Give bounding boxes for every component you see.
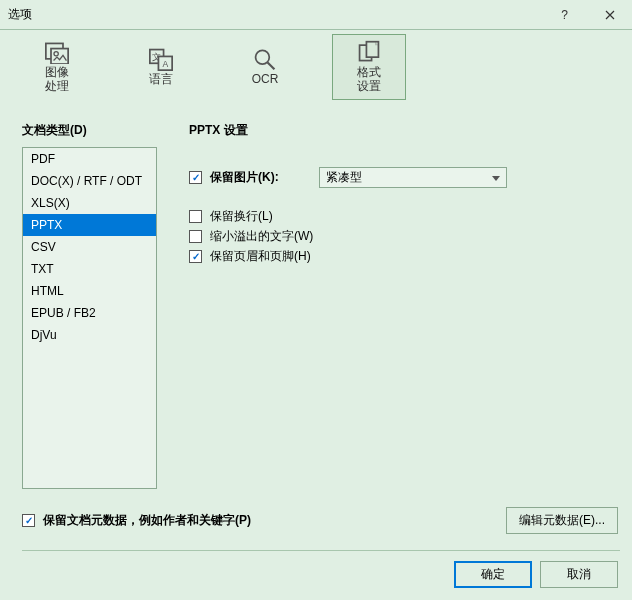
doc-type-list[interactable]: PDF DOC(X) / RTF / ODT XLS(X) PPTX CSV T… [22, 147, 157, 489]
keep-pictures-checkbox[interactable] [189, 171, 202, 184]
window-title: 选项 [8, 6, 542, 23]
tab-label: 图像 处理 [45, 66, 69, 94]
tab-format-settings[interactable]: 格式 设置 [332, 34, 406, 100]
option-label: 缩小溢出的文字(W) [210, 228, 313, 245]
svg-rect-1 [51, 48, 68, 63]
image-icon [43, 40, 71, 64]
svg-line-8 [268, 62, 275, 69]
doc-type-column: 文档类型(D) PDF DOC(X) / RTF / ODT XLS(X) PP… [22, 122, 157, 520]
close-button[interactable] [587, 0, 632, 30]
shrink-overflow-checkbox[interactable] [189, 230, 202, 243]
keep-header-footer-checkbox[interactable] [189, 250, 202, 263]
doc-type-item[interactable]: XLS(X) [23, 192, 156, 214]
settings-title: PPTX 设置 [189, 122, 612, 139]
tab-ocr[interactable]: OCR [228, 34, 302, 100]
language-icon: 文A [147, 47, 175, 71]
svg-text:A: A [162, 58, 168, 68]
option-row: 保留页眉和页脚(H) [189, 248, 612, 265]
ok-button[interactable]: 确定 [454, 561, 532, 588]
cancel-button[interactable]: 取消 [540, 561, 618, 588]
keep-metadata-label: 保留文档元数据，例如作者和关键字(P) [43, 512, 251, 529]
main-pane: 文档类型(D) PDF DOC(X) / RTF / ODT XLS(X) PP… [0, 100, 632, 520]
help-button[interactable]: ? [542, 0, 587, 30]
format-icon [355, 40, 383, 64]
keep-pictures-label: 保留图片(K): [210, 169, 279, 186]
option-label: 保留换行(L) [210, 208, 273, 225]
titlebar: 选项 ? [0, 0, 632, 30]
keep-metadata-row: 保留文档元数据，例如作者和关键字(P) [22, 512, 251, 529]
edit-metadata-button[interactable]: 编辑元数据(E)... [506, 507, 618, 534]
tab-language[interactable]: 文A 语言 [124, 34, 198, 100]
option-row: 缩小溢出的文字(W) [189, 228, 612, 245]
options-list: 保留换行(L) 缩小溢出的文字(W) 保留页眉和页脚(H) [189, 208, 612, 265]
option-label: 保留页眉和页脚(H) [210, 248, 311, 265]
doc-type-item[interactable]: PPTX [23, 214, 156, 236]
doc-type-item[interactable]: DjVu [23, 324, 156, 346]
tab-label: 格式 设置 [357, 66, 381, 94]
doc-type-title: 文档类型(D) [22, 122, 157, 139]
footer-top: 保留文档元数据，例如作者和关键字(P) 编辑元数据(E)... [22, 507, 620, 550]
tab-image-processing[interactable]: 图像 处理 [20, 34, 94, 100]
doc-type-item[interactable]: PDF [23, 148, 156, 170]
picture-mode-combo[interactable]: 紧凑型 [319, 167, 507, 188]
dialog-buttons: 确定 取消 [22, 550, 620, 588]
doc-type-item[interactable]: CSV [23, 236, 156, 258]
doc-type-item[interactable]: HTML [23, 280, 156, 302]
tab-label: OCR [252, 73, 279, 87]
doc-type-item[interactable]: EPUB / FB2 [23, 302, 156, 324]
category-toolbar: 图像 处理 文A 语言 OCR 格式 设置 [0, 30, 632, 100]
keep-metadata-checkbox[interactable] [22, 514, 35, 527]
svg-point-7 [256, 50, 270, 64]
magnifier-icon [251, 47, 279, 71]
tab-label: 语言 [149, 73, 173, 87]
combo-value: 紧凑型 [326, 169, 362, 186]
footer: 保留文档元数据，例如作者和关键字(P) 编辑元数据(E)... 确定 取消 [0, 507, 632, 600]
doc-type-item[interactable]: TXT [23, 258, 156, 280]
doc-type-item[interactable]: DOC(X) / RTF / ODT [23, 170, 156, 192]
settings-column: PPTX 设置 保留图片(K): 紧凑型 保留换行(L) 缩小溢出的文字(W) … [157, 122, 612, 520]
option-row: 保留换行(L) [189, 208, 612, 225]
keep-linebreaks-checkbox[interactable] [189, 210, 202, 223]
keep-pictures-row: 保留图片(K): 紧凑型 [189, 167, 612, 188]
